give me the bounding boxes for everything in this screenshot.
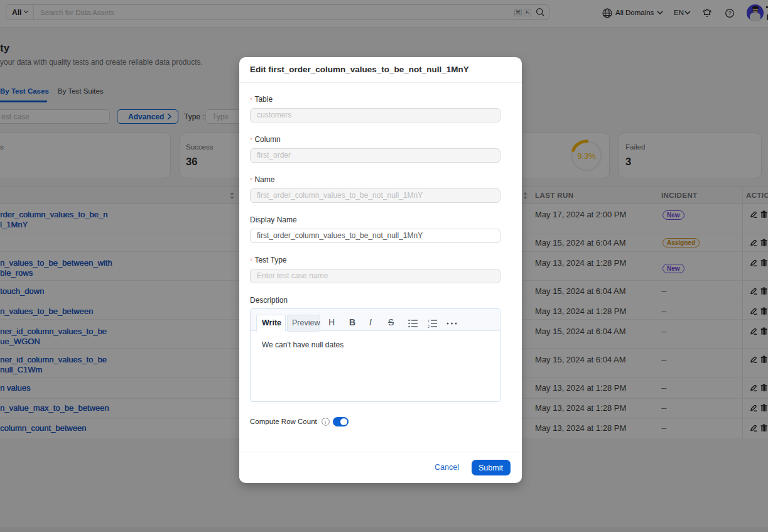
svg-text:1: 1 [428,319,430,323]
svg-text:i: i [325,420,327,425]
svg-text:2: 2 [428,325,430,328]
